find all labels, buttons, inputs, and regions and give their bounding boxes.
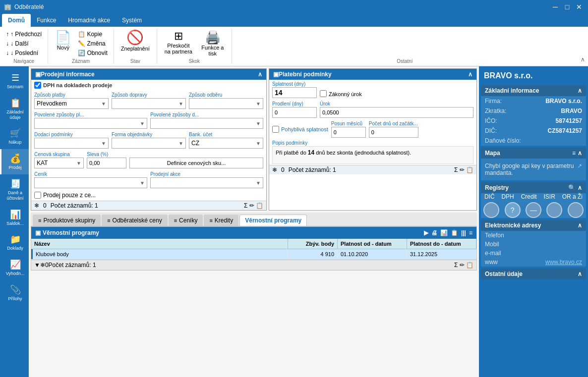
zakonny-urok-label: Zákonný úrok xyxy=(329,91,362,97)
ea-www-value[interactable]: www.bravo.cz xyxy=(545,259,582,266)
bar-icon[interactable]: ||| xyxy=(461,229,466,236)
urok-value[interactable]: 0,0500 xyxy=(320,107,473,118)
sidebar-item-zakladni[interactable]: 📋 Základní údaje xyxy=(0,94,29,124)
rp-mapa-link-icon[interactable]: ↗ xyxy=(577,162,582,169)
platebni-collapse[interactable]: ∧ xyxy=(468,71,472,78)
ea-www-row: www www.bravo.cz xyxy=(481,258,586,267)
next-button[interactable]: ↓ ↓ Další xyxy=(4,39,44,48)
sidebar-item-prilohy[interactable]: 📎 Přílohy xyxy=(0,280,29,306)
close-button[interactable]: ✕ xyxy=(574,2,584,12)
print-icon[interactable]: 🖨 xyxy=(431,229,437,236)
skip-partner-button[interactable]: ⊞ Přeskočit na partnera xyxy=(161,30,196,55)
tab-funkce[interactable]: Funkce xyxy=(31,14,62,27)
zpusob-dopravy-dropdown[interactable]: ▼ xyxy=(112,98,186,109)
splatnost-row: Splatnost (dny) 14 Zákonný úrok xyxy=(269,80,476,100)
rp-mapa-list-icon[interactable]: ≡ xyxy=(572,150,576,157)
new-button[interactable]: 📄 Nový xyxy=(52,30,74,52)
platebni-count: 0 xyxy=(281,166,285,173)
print-button[interactable]: 🖨️ Funkce a tisk xyxy=(198,30,228,57)
dph-checkbox[interactable] xyxy=(34,82,41,89)
bank-ucet-dropdown[interactable]: CZ ▼ xyxy=(189,138,263,149)
posun-mesicu-value[interactable]: 0 xyxy=(331,127,366,138)
rp-ea-title: Elektronické adresy xyxy=(485,222,541,229)
ribbon-group-zaznam: 📄 Nový 📋 Kopie ✏️ Změna 🔄 Obnovit Záznam xyxy=(48,29,114,64)
reg-circle-or[interactable] xyxy=(568,202,584,218)
tab-odberat-ceny[interactable]: ≡ Odběratelské ceny xyxy=(102,215,167,226)
main-layout: ☰ Seznam 📋 Základní údaje 🛒 Nákup 💰 Prod… xyxy=(0,66,588,377)
cenik-dropdown[interactable]: ▼ xyxy=(34,177,147,188)
tab-produktove-skupiny[interactable]: ≡ Produktové skupiny xyxy=(33,215,101,226)
nakup-icon: 🛒 xyxy=(10,128,21,139)
copy-button[interactable]: 📋 Kopie xyxy=(76,30,109,39)
rp-registry-header[interactable]: Registry 🔍 ∧ xyxy=(481,182,586,193)
zakonny-urok-checkbox[interactable] xyxy=(320,90,327,97)
prev-button[interactable]: ↑ ↑ Předchozí xyxy=(4,30,44,39)
prodej-pouze-checkbox[interactable] xyxy=(34,192,41,199)
tab-system[interactable]: Systém xyxy=(116,14,148,27)
sidebar-item-prodej[interactable]: 💰 Prodej xyxy=(0,149,29,174)
pocet-dnu-value[interactable]: 0 xyxy=(369,127,418,138)
dodaci-podminky-dropdown[interactable]: ▼ xyxy=(34,138,109,149)
menu-icon[interactable]: ≡ xyxy=(469,229,472,236)
footer-filter-icon[interactable]: ▼ xyxy=(34,262,40,269)
cenova-skupina-value: KAT xyxy=(37,160,48,166)
pov-zpusoby-d-dropdown[interactable]: ▼ xyxy=(150,118,263,129)
app-title: Odběratelé xyxy=(14,3,44,10)
definice-button[interactable]: Definice cenových sku... xyxy=(129,158,263,168)
sidebar-item-seznam[interactable]: ☰ Seznam xyxy=(0,68,29,94)
splatnost-value[interactable]: 14 xyxy=(272,87,317,98)
refresh-label: Obnovit xyxy=(87,50,107,56)
tab-ceniky[interactable]: ≡ Ceníky xyxy=(169,215,203,226)
tab-vernostni[interactable]: Věrnostní programy xyxy=(239,215,307,226)
pov-zpusoby-pl-dropdown[interactable]: ▼ xyxy=(34,118,147,129)
table-row[interactable]: Klubové body 4 910 01.10.2020 31.12.2025 xyxy=(31,249,476,260)
zpusob-odberu-dropdown[interactable]: ▼ xyxy=(189,98,263,109)
sidebar-item-saldok[interactable]: 📊 Saldok... xyxy=(0,205,29,230)
minimize-button[interactable]: ─ xyxy=(550,2,560,12)
edit-button[interactable]: ✏️ Změna xyxy=(76,39,109,48)
tab-domu[interactable]: Domů xyxy=(2,14,31,27)
rp-dic-value: CZ58741257 xyxy=(548,127,582,134)
rp-registry-search-icon[interactable]: 🔍 xyxy=(568,184,576,191)
sleva-value[interactable]: 0,00 xyxy=(87,158,126,168)
cenova-skupina-dropdown[interactable]: KAT ▼ xyxy=(34,158,84,168)
copy-icon[interactable]: 📋 xyxy=(451,229,458,236)
new-label: Nový xyxy=(57,45,69,51)
pohybliva-checkbox[interactable] xyxy=(272,126,279,133)
invalidate-button[interactable]: 🚫 Zneplatnění xyxy=(118,30,153,53)
reg-circle-dic[interactable] xyxy=(483,202,499,218)
refresh-button[interactable]: 🔄 Obnovit xyxy=(76,49,109,57)
reg-circle-isir[interactable] xyxy=(546,202,562,218)
stav-label: Stav xyxy=(130,57,140,64)
platebni-icon: ▣ xyxy=(273,71,279,78)
rp-ea-header[interactable]: Elektronické adresy ∧ xyxy=(481,220,586,231)
prodejni-akce-dropdown[interactable]: ▼ xyxy=(150,177,263,188)
cell-platnost-do: 31.12.2025 xyxy=(407,249,476,259)
popis-section: Popis podmínky Při platbě do 14 dnů bez … xyxy=(269,139,476,165)
chart-icon[interactable]: 📊 xyxy=(440,229,448,236)
last-button[interactable]: ↓ ↓ Poslední xyxy=(4,49,44,57)
reg-circle-credit[interactable]: — xyxy=(526,202,541,218)
cenik-field: Ceník ▼ xyxy=(34,171,147,188)
maximize-button[interactable]: □ xyxy=(562,2,572,12)
rp-mapa-header[interactable]: Mapa ≡ ∧ xyxy=(481,148,586,159)
forma-objednavky-arrow: ▼ xyxy=(178,141,183,146)
tab-hromadne-akce[interactable]: Hromadné akce xyxy=(62,14,116,27)
tab-kredity[interactable]: ≡ Kredity xyxy=(204,215,238,226)
rp-zakladni-header[interactable]: Základní informace ∧ xyxy=(481,85,586,96)
forma-objednavky-dropdown[interactable]: ▼ xyxy=(112,138,186,149)
ribbon-collapse-button[interactable]: ∧ xyxy=(578,55,588,64)
zpusob-platby-dropdown[interactable]: Převodkem ▼ xyxy=(34,98,109,109)
sidebar-item-dane[interactable]: 🧾 Daně a účtování xyxy=(0,174,29,205)
play-icon[interactable]: ▶ xyxy=(424,229,428,236)
sidebar-item-doklady[interactable]: 📁 Doklady xyxy=(0,230,29,255)
sidebar-item-nakup[interactable]: 🛒 Nákup xyxy=(0,124,29,149)
prodejni-akce-label: Prodejní akce xyxy=(150,171,263,177)
rp-ostatni-header[interactable]: Ostatní údaje ∧ xyxy=(481,269,586,279)
next-icon: ↓ xyxy=(6,40,9,47)
content-top: ▣ Prodejní informace ∧ DPH na dokladech … xyxy=(29,66,479,213)
sidebar-item-vyhodn[interactable]: 📈 Vyhodn... xyxy=(0,255,29,280)
prodleni-value[interactable]: 0 xyxy=(272,107,317,118)
reg-circle-dph[interactable]: ? xyxy=(505,202,521,218)
prodejni-collapse[interactable]: ∧ xyxy=(258,71,262,78)
